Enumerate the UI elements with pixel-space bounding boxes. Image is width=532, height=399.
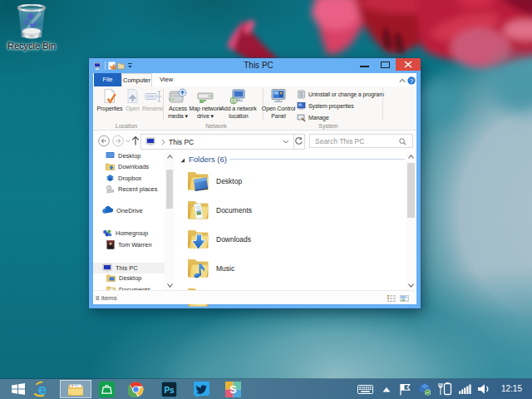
svg-text:Ps: Ps bbox=[164, 385, 175, 394]
svg-text:?: ? bbox=[410, 77, 413, 85]
svg-text:S: S bbox=[229, 383, 236, 395]
